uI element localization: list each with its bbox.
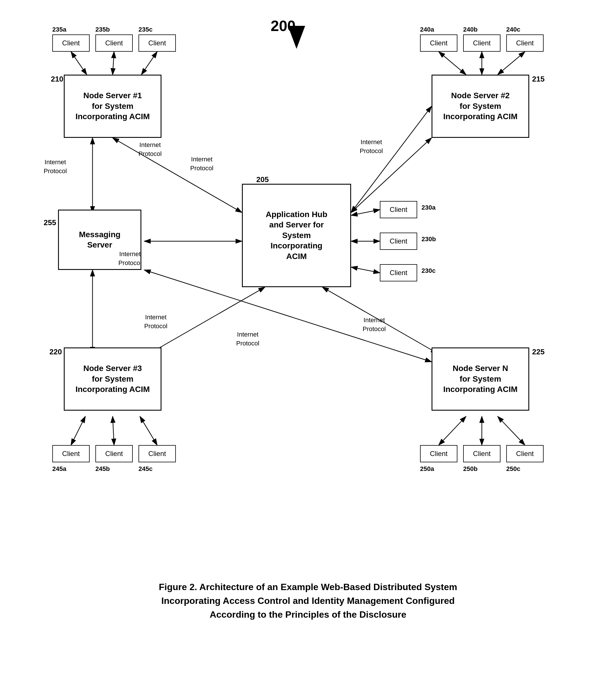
svg-line-2 <box>71 52 87 75</box>
client-250b: Client <box>463 445 501 462</box>
client-235c: Client <box>138 35 176 52</box>
200-arrow <box>288 26 305 49</box>
ip-label-8: InternetProtocol <box>362 316 386 334</box>
client-240a-ref: 240a <box>420 26 434 33</box>
svg-line-19 <box>71 416 85 445</box>
client-240c-ref: 240c <box>506 26 520 33</box>
ip-label-7: InternetProtocol <box>236 330 260 348</box>
svg-line-20 <box>113 416 114 445</box>
client-230c-ref: 230c <box>421 267 436 275</box>
svg-line-7 <box>498 52 525 75</box>
ip-label-4: InternetProtocol <box>360 138 383 156</box>
client-245a-ref: 245a <box>52 465 66 473</box>
svg-line-4 <box>141 52 157 75</box>
node-server-1-label: Node Server #1for SystemIncorporating AC… <box>75 90 150 122</box>
client-240b: Client <box>463 35 501 52</box>
node-server-n-label: Node Server Nfor SystemIncorporating ACI… <box>443 363 518 394</box>
node-server-n-box: Node Server Nfor SystemIncorporating ACI… <box>432 347 529 411</box>
figure-caption: Figure 2. Architecture of an Example Web… <box>159 580 457 621</box>
node-server-1-box: Node Server #1for SystemIncorporating AC… <box>64 75 161 138</box>
hub-label: Application Huband Server forSystemIncor… <box>266 209 328 261</box>
hub-box: Application Huband Server forSystemIncor… <box>242 184 351 287</box>
client-245a: Client <box>52 445 90 462</box>
client-230b-ref: 230b <box>421 235 436 243</box>
client-235b: Client <box>95 35 133 52</box>
client-250a: Client <box>420 445 457 462</box>
client-235c-ref: 235c <box>138 26 153 33</box>
node-server-1-id: 210 <box>51 75 63 84</box>
messaging-server-label: MessagingServer <box>79 229 121 250</box>
node-server-2-label: Node Server #2for SystemIncorporating AC… <box>443 90 518 122</box>
ip-label-2: InternetProtocol <box>138 141 162 159</box>
node-server-2-id: 215 <box>532 75 545 84</box>
node-server-3-id: 220 <box>49 347 62 356</box>
client-250c-ref: 250c <box>506 465 520 473</box>
diagram: 200 Node Server #1for SystemIncorporatin… <box>35 17 581 563</box>
svg-line-21 <box>140 416 157 445</box>
client-230a-ref: 230a <box>421 204 436 211</box>
svg-line-5 <box>439 52 466 75</box>
ip-label-3: InternetProtocol <box>190 155 214 173</box>
node-server-n-id: 225 <box>532 347 545 356</box>
hub-id: 205 <box>256 175 269 184</box>
client-230a: Client <box>380 201 417 218</box>
svg-line-18 <box>351 267 380 273</box>
svg-line-25 <box>351 106 432 212</box>
client-245c-ref: 245c <box>138 465 153 473</box>
node-server-3-label: Node Server #3for SystemIncorporating AC… <box>75 363 150 394</box>
ip-label-5: InternetProtocol <box>118 250 141 268</box>
client-235a: Client <box>52 35 90 52</box>
svg-line-3 <box>113 52 114 75</box>
ip-label-1: InternetProtocol <box>44 158 67 176</box>
caption-line2: Incorporating Access Control and Identit… <box>161 596 455 606</box>
client-235b-ref: 235b <box>95 26 110 33</box>
client-240b-ref: 240b <box>463 26 478 33</box>
client-240c: Client <box>506 35 544 52</box>
client-245b: Client <box>95 445 133 462</box>
svg-line-22 <box>439 416 466 445</box>
svg-marker-26 <box>288 26 305 49</box>
client-230b: Client <box>380 233 417 250</box>
client-250a-ref: 250a <box>420 465 434 473</box>
caption-line1: Figure 2. Architecture of an Example Web… <box>159 582 457 592</box>
svg-line-16 <box>351 210 380 215</box>
svg-line-8 <box>113 138 242 212</box>
svg-line-24 <box>498 416 525 445</box>
node-server-2-box: Node Server #2for SystemIncorporating AC… <box>432 75 529 138</box>
client-230c: Client <box>380 264 417 281</box>
client-250b-ref: 250b <box>463 465 478 473</box>
client-240a: Client <box>420 35 457 52</box>
client-245b-ref: 245b <box>95 465 110 473</box>
caption-line3: According to the Principles of the Discl… <box>210 609 406 620</box>
messaging-server-id: 255 <box>44 218 56 227</box>
ip-label-6: InternetProtocol <box>144 313 168 331</box>
node-server-3-box: Node Server #3for SystemIncorporating AC… <box>64 347 161 411</box>
client-250c: Client <box>506 445 544 462</box>
client-245c: Client <box>138 445 176 462</box>
client-235a-ref: 235a <box>52 26 66 33</box>
